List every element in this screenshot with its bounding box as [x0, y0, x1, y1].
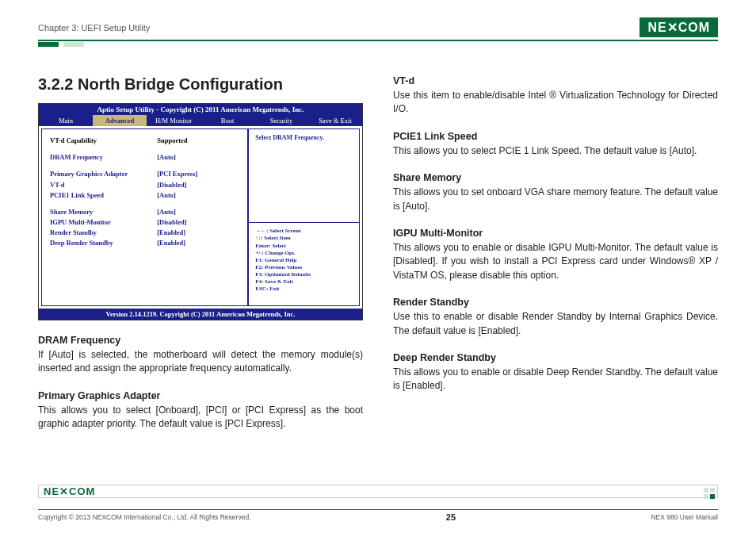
bios-setting-label: VT-d Capability [50, 136, 157, 146]
bios-setting-row: VT-d[Disabled] [50, 180, 239, 190]
bios-screenshot: Aptio Setup Utility - Copyright (C) 2011… [38, 103, 363, 320]
description-title: Share Memory [393, 172, 718, 183]
brand-logo: NE✕COM [640, 17, 718, 37]
description-block: PCIE1 Link SpeedThis allows you to selec… [393, 131, 718, 158]
bios-help-box: →←: Select Screen↑↓: Select ItemEnter: S… [248, 223, 360, 306]
bios-hint-box: Select DRAM Frequency. [248, 128, 360, 223]
bios-settings-panel: VT-d CapabilitySupportedDRAM Frequency[A… [41, 128, 248, 306]
bios-setting-label: VT-d [50, 180, 157, 190]
description-body: This allows you to enable or disable Dee… [393, 366, 718, 393]
bios-help-line: F1: General Help [255, 257, 353, 264]
bios-setting-value: [Auto] [157, 152, 239, 163]
bios-setting-label: PCIE1 Link Speed [50, 190, 157, 201]
bios-setting-row: Deep Render Standby[Enabled] [50, 238, 239, 248]
bios-setting-value: Supported [157, 136, 239, 146]
bios-setting-row: DRAM Frequency[Auto] [50, 152, 239, 163]
bios-setting-value: [PCI Express] [157, 169, 239, 179]
section-title: 3.2.2 North Bridge Configuration [38, 75, 363, 94]
bios-setting-value: [Disabled] [157, 180, 239, 190]
bios-setting-row: Primary Graphics Adapter[PCI Express] [50, 169, 239, 179]
brand-text-left: NE [647, 21, 666, 35]
description-block: Primary Graphics AdapterThis allows you … [38, 390, 363, 431]
bios-footer: Version 2.14.1219. Copyright (C) 2011 Am… [39, 309, 362, 320]
bios-setting-value: [Enabled] [157, 238, 239, 248]
bios-help-line: F2: Previous Values [255, 264, 353, 271]
bios-setting-value: [Auto] [157, 190, 239, 201]
footer-square-icon [704, 488, 718, 499]
bios-help-line: →←: Select Screen [255, 228, 353, 235]
brand-x-icon: ✕ [667, 20, 678, 35]
bios-setting-row: Render Standby[Enabled] [50, 228, 239, 238]
bios-setting-value: [Auto] [157, 207, 239, 217]
left-descriptions: DRAM FrequencyIf [Auto] is selected, the… [38, 335, 363, 431]
bios-tab: Main [39, 115, 93, 126]
right-column: VT-dUse this item to enable/disable Inte… [393, 75, 718, 431]
bios-setting-row: VT-d CapabilitySupported [50, 136, 239, 146]
description-body: Use this item to enable/disable Intel ® … [393, 89, 718, 117]
description-body: This allows you to set onboard VGA share… [393, 186, 718, 213]
bios-setting-label: Render Standby [50, 228, 157, 238]
bios-titlebar: Aptio Setup Utility - Copyright (C) 2011… [39, 104, 362, 115]
bios-tab: Security [254, 115, 308, 126]
left-column: 3.2.2 North Bridge Configuration Aptio S… [38, 75, 363, 431]
footer-manual-name: NEX 980 User Manual [651, 513, 718, 521]
brand-text-right: COM [678, 21, 710, 35]
footer-brand-right: COM [69, 485, 95, 497]
description-title: IGPU Multi-Monitor [393, 228, 718, 239]
description-block: Deep Render StandbyThis allows you to en… [393, 352, 718, 393]
description-body: Use this to enable or disable Render Sta… [393, 310, 718, 338]
bios-help-line: +/-: Change Opt. [255, 250, 353, 257]
bios-help-panel: Select DRAM Frequency. →←: Select Screen… [248, 128, 360, 306]
chapter-title: Chapter 3: UEFI Setup Utility [38, 23, 150, 33]
description-title: Deep Render Standby [393, 352, 718, 363]
description-block: DRAM FrequencyIf [Auto] is selected, the… [38, 335, 363, 376]
description-title: Render Standby [393, 297, 718, 308]
bios-setting-row: PCIE1 Link Speed[Auto] [50, 190, 239, 201]
bios-help-line: ↑↓: Select Item [255, 235, 353, 242]
bios-tabs: MainAdvancedH/M MonitorBootSecuritySave … [39, 115, 362, 126]
page-header: Chapter 3: UEFI Setup Utility NE✕COM [38, 17, 718, 41]
bios-tab: Advanced [93, 115, 147, 126]
content-columns: 3.2.2 North Bridge Configuration Aptio S… [38, 75, 718, 431]
description-body: This allows you to select [Onboard], [PC… [38, 404, 363, 431]
description-title: PCIE1 Link Speed [393, 131, 718, 142]
bios-setting-label: Deep Render Standby [50, 238, 157, 248]
bios-setting-label: IGPU Multi-Monitor [50, 217, 157, 228]
footer-page-number: 25 [446, 512, 456, 522]
bios-help-line: F3: Optimized Defaults [255, 271, 353, 278]
footer-brand-left: NE [44, 485, 59, 497]
footer-copyright: Copyright © 2013 NEXCOM International Co… [38, 513, 250, 521]
bios-setting-label: Primary Graphics Adapter [50, 169, 157, 179]
bios-setting-value: [Enabled] [157, 228, 239, 238]
bios-setting-row: IGPU Multi-Monitor[Disabled] [50, 217, 239, 228]
footer-line: Copyright © 2013 NEXCOM International Co… [38, 509, 718, 522]
bios-setting-label: Share Memory [50, 207, 157, 217]
description-title: DRAM Frequency [38, 335, 363, 346]
description-title: Primary Graphics Adapter [38, 390, 363, 401]
bios-hint-text: Select DRAM Frequency. [255, 134, 353, 141]
bios-tab: Save & Exit [308, 115, 362, 126]
bios-help-line: ESC: Exit [255, 286, 353, 293]
bios-help-line: F4: Save & Exit [255, 278, 353, 286]
description-title: VT-d [393, 75, 718, 86]
page-footer: NE✕COM Copyright © 2013 NEXCOM Internati… [38, 496, 718, 522]
bios-body: VT-d CapabilitySupportedDRAM Frequency[A… [39, 126, 362, 309]
header-tab-decoration [38, 42, 718, 47]
bios-setting-label: DRAM Frequency [50, 152, 157, 163]
bios-setting-value: [Disabled] [157, 217, 239, 228]
description-block: Share MemoryThis allows you to set onboa… [393, 172, 718, 213]
footer-brand-logo: NE✕COM [38, 485, 718, 498]
description-body: This allows you to enable or disable IGP… [393, 241, 718, 282]
footer-brand-x-icon: ✕ [59, 485, 69, 497]
bios-tab: H/M Monitor [147, 115, 200, 126]
bios-tab: Boot [200, 115, 254, 126]
description-block: IGPU Multi-MonitorThis allows you to ena… [393, 228, 718, 282]
description-block: Render StandbyUse this to enable or disa… [393, 297, 718, 338]
bios-setting-row: Share Memory[Auto] [50, 207, 239, 217]
description-block: VT-dUse this item to enable/disable Inte… [393, 75, 718, 117]
description-body: If [Auto] is selected, the motherboard w… [38, 348, 363, 376]
bios-help-line: Enter: Select [255, 243, 353, 250]
description-body: This allows you to select PCIE 1 Link Sp… [393, 144, 718, 158]
